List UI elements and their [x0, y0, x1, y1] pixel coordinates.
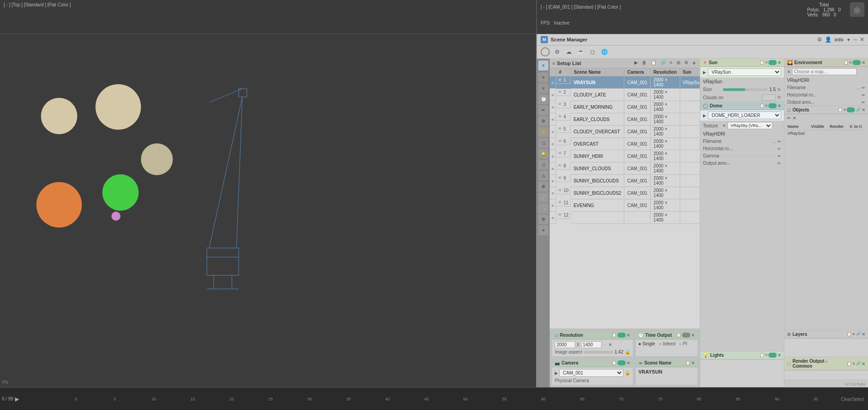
res-close[interactable]: ✕ — [627, 333, 630, 338]
size-refresh[interactable]: ↻ — [778, 87, 781, 92]
sun-close[interactable]: ✕ — [778, 60, 781, 65]
ro-link[interactable]: 🔗 — [856, 361, 861, 366]
pi-radio[interactable]: ○ PI — [679, 341, 687, 346]
scene-table-row[interactable]: ≡ 👁 3 EARLY_MORNING CAM_001 2000 × 1400 … — [550, 101, 700, 113]
resolution-width-input[interactable] — [555, 341, 575, 348]
toolbar-settings-icon[interactable]: ⚙ — [552, 47, 562, 56]
link-icon2[interactable]: 🔗 — [659, 60, 667, 66]
copy-icon[interactable]: 📋 — [649, 60, 657, 66]
settings-icon2[interactable]: ⚙ — [683, 60, 690, 66]
lights-list[interactable]: ≡ — [765, 353, 768, 358]
sidebar-icon-2[interactable]: ≡ — [538, 72, 548, 82]
obj-close[interactable]: ✕ — [862, 107, 865, 112]
scene-table-row[interactable]: ≡ 👁 10 SUNNY_BIGCLOUDS2 CAM_001 2000 × 1… — [550, 187, 700, 199]
layers-list[interactable]: ≡ — [853, 332, 855, 337]
layers-close[interactable]: ✕ — [862, 332, 865, 337]
res-icon1[interactable]: 📋 — [612, 333, 617, 338]
sun-toggle[interactable] — [768, 60, 777, 65]
clouds-toggle[interactable] — [762, 94, 776, 101]
sidebar-icon-4[interactable]: 🕐 — [538, 94, 548, 104]
scene-table-row[interactable]: ≡ 👁 12 2000 × 1400 — [550, 212, 700, 224]
dome-output-pencil[interactable]: ✏ — [778, 161, 781, 166]
lights-close[interactable]: ✕ — [778, 353, 781, 358]
scene-table-row[interactable]: ≡ 👁 6 OVERCAST CAM_001 2000 × 1400 DOME_… — [550, 138, 700, 150]
sidebar-icon-9[interactable]: 🔔 — [538, 149, 548, 159]
env-x[interactable]: ✕ — [787, 70, 791, 74]
dome-select[interactable]: DOME_HDRI_LOADER — [708, 111, 781, 119]
env-map-input[interactable] — [792, 68, 857, 75]
cam-lock[interactable]: 🔒 — [625, 370, 630, 375]
env-output-pencil[interactable]: ✏ — [862, 100, 865, 105]
left-viewport[interactable]: PV — [0, 34, 536, 387]
sidebar-icon-1[interactable]: ≡ — [538, 61, 548, 71]
sidebar-icon-12[interactable]: ⚙ — [538, 182, 548, 192]
dome-copy[interactable]: 📋 — [759, 103, 764, 108]
env-list[interactable]: ≡ — [849, 60, 852, 65]
env-filename-btn[interactable]: ... — [857, 86, 860, 90]
scene-table-row[interactable]: ≡ 👁 2 CLOUDY_LATE CAM_001 2000 × 1400 DO… — [550, 89, 700, 101]
res-toggle[interactable] — [617, 333, 626, 338]
sidebar-icon-10[interactable]: ◻ — [538, 160, 548, 170]
cam-icon1[interactable]: 📋 — [612, 360, 617, 365]
render-icon[interactable]: ▶ — [633, 60, 639, 66]
ro-list[interactable]: ≡ — [853, 361, 855, 366]
sn-icon1[interactable]: 📋 — [685, 360, 690, 365]
dome-close[interactable]: ✕ — [778, 103, 781, 108]
ro-copy[interactable]: 📋 — [847, 361, 852, 366]
sidebar-icon-3[interactable]: ≡ — [538, 83, 548, 93]
sun-copy[interactable]: 📋 — [759, 60, 764, 65]
delete-icon[interactable]: 🗑 — [641, 60, 648, 66]
scene-table-row[interactable]: ≡ 👁 4 EARLY_CLOUDS CAM_001 2000 × 1400 D… — [550, 113, 700, 126]
ro-close[interactable]: ✕ — [862, 361, 865, 366]
obj-link[interactable]: 🔗 — [856, 107, 861, 112]
sidebar-icon-11[interactable]: △ — [538, 171, 548, 181]
dome-toggle[interactable] — [768, 103, 777, 108]
single-radio[interactable]: ● Single — [638, 341, 655, 346]
res-dropdown[interactable]: ▼ — [603, 343, 607, 347]
infeed-radio[interactable]: ○ Infeed — [659, 341, 676, 346]
layers-copy[interactable]: 📋 — [847, 332, 852, 337]
resolution-height-input[interactable] — [581, 341, 602, 348]
dome-horiz-pencil[interactable]: ✏ — [778, 147, 781, 151]
expand-icon[interactable]: ▼ — [846, 37, 851, 42]
sn-close[interactable]: ✕ — [691, 360, 695, 365]
time-toggle[interactable] — [682, 333, 690, 338]
lights-toggle[interactable] — [768, 353, 777, 358]
sidebar-icon-16[interactable]: ≡ — [538, 225, 548, 235]
scene-table-row[interactable]: ≡ 👁 5 CLOUDY_OVERCAST CAM_001 2000 × 140… — [550, 126, 700, 138]
user-icon[interactable]: 👤 — [825, 36, 832, 43]
sidebar-icon-14[interactable]: 🔧 — [538, 203, 548, 213]
time-icon1[interactable]: 📋 — [676, 333, 681, 338]
env-filename-pencil[interactable]: ✏ — [862, 86, 865, 90]
lights-copy[interactable]: 📋 — [759, 353, 764, 358]
dome-filename-btn[interactable]: ... — [773, 139, 776, 144]
cam-toggle[interactable] — [617, 360, 626, 365]
obj-visible[interactable]: 👁 — [810, 130, 828, 137]
list-icon[interactable]: ≡ — [668, 60, 674, 66]
sun-select[interactable]: VRaySun — [708, 68, 781, 76]
env-dot[interactable]: ○ — [858, 70, 860, 74]
dome-tex-x[interactable]: ✕ — [722, 123, 726, 128]
minimize-icon[interactable]: ─ — [853, 37, 857, 42]
cam-close[interactable]: ✕ — [627, 360, 630, 365]
close-icon[interactable]: ✕ — [860, 36, 864, 43]
toolbar-cup-icon[interactable]: ☕ — [576, 47, 585, 56]
timeline-arrow[interactable]: ▶ — [15, 396, 19, 402]
grid-icon[interactable]: ⊞ — [675, 60, 682, 66]
obj-link2[interactable]: ✕ — [793, 116, 796, 121]
scene-table-row[interactable]: ≡ 👁 8 SUNNY_CLOUDS CAM_001 2000 × 1400 D… — [550, 162, 700, 175]
env-toggle[interactable] — [853, 60, 861, 65]
sidebar-icon-13[interactable]: 🔗 — [538, 192, 548, 202]
env-horiz-pencil[interactable]: ✏ — [862, 93, 865, 97]
toolbar-box-icon[interactable]: ◻ — [588, 47, 597, 56]
sun-list[interactable]: ≡ — [765, 60, 768, 65]
info-button[interactable]: info — [834, 37, 843, 42]
obj-list[interactable]: ≡ — [843, 107, 846, 112]
clouds-refresh[interactable]: ↻ — [778, 95, 781, 100]
toolbar-cloud-icon[interactable]: ☁ — [564, 47, 573, 56]
dome-tex-dot[interactable]: ○ — [774, 124, 776, 128]
res-x-icon[interactable]: ✕ — [608, 342, 612, 347]
add-icon[interactable]: + — [691, 60, 697, 66]
toolbar-globe-icon[interactable]: 🌐 — [600, 47, 609, 56]
scene-table-row[interactable]: ≡ 👁 11 EVENING CAM_001 2000 × 1400 DOME_… — [550, 199, 700, 212]
